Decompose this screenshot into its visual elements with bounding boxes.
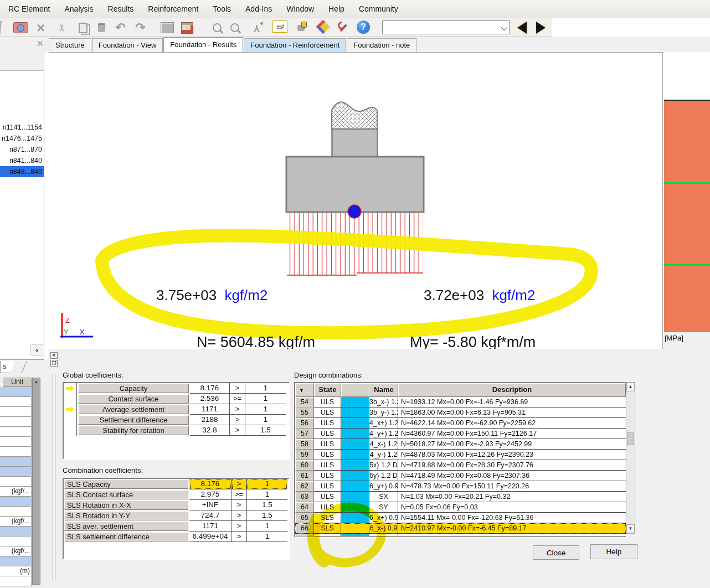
row-number-cell[interactable]: 57: [295, 429, 314, 439]
coefficient-name-button[interactable]: Contact surface: [78, 394, 189, 404]
panel-splitter[interactable]: ✕ ❒: [49, 349, 58, 588]
unit-grid-cell[interactable]: [0, 527, 32, 537]
menu-item[interactable]: Tools: [205, 0, 238, 18]
unit-grid-cell[interactable]: [0, 537, 32, 546]
maximize-results-pane-icon[interactable]: ❒: [50, 360, 58, 367]
unit-grid-cell[interactable]: [0, 467, 32, 477]
axes-icon[interactable]: [249, 20, 264, 35]
cube-icon[interactable]: [315, 20, 330, 35]
menu-item[interactable]: Analysis: [57, 0, 100, 18]
description-column-header[interactable]: Description: [398, 383, 626, 397]
row-number-cell[interactable]: 66: [295, 523, 314, 534]
zoom-out-icon[interactable]: [227, 20, 242, 35]
row-number-cell[interactable]: 55: [295, 408, 314, 418]
color-column-header[interactable]: [341, 383, 369, 397]
unit-grid-cell[interactable]: [0, 387, 32, 397]
help-icon[interactable]: [357, 20, 370, 34]
next-arrow-button[interactable]: [536, 22, 546, 34]
design-combination-row[interactable]: 65 SLS 6_x+) 0.9 N=1554.11 Mx=-0.00 Fx=-…: [295, 513, 626, 523]
coefficient-name-button[interactable]: SLS aver. settlement: [64, 522, 188, 531]
menu-item[interactable]: Results: [101, 0, 141, 18]
design-combination-row[interactable]: 55 ULS 3b_y-) 1.2 N=1863.00 Mx=0.00 Fx=6…: [295, 408, 626, 418]
unit-grid-cell[interactable]: (kgf/...: [0, 517, 32, 527]
coefficient-name-button[interactable]: Average settlement: [78, 405, 189, 414]
design-combination-row[interactable]: 58 ULS 4_x-) 1.2 N=5018.27 Mx=0.00 Fx=-2…: [295, 439, 626, 450]
export-lock-icon[interactable]: [294, 20, 308, 35]
menu-item[interactable]: RC Element: [1, 0, 57, 18]
coefficient-name-button[interactable]: Stability for rotation: [78, 426, 189, 435]
foundation-list-item[interactable]: n1141...1154: [0, 122, 44, 133]
unit-grid-cell[interactable]: [0, 417, 32, 427]
unit-grid-cell[interactable]: [0, 556, 32, 566]
row-number-cell[interactable]: 65: [295, 513, 314, 523]
view-tab[interactable]: Foundation - Reinforcement: [244, 38, 346, 52]
toolbar-combobox[interactable]: [382, 20, 510, 34]
close-results-pane-icon[interactable]: ✕: [50, 352, 58, 359]
coefficient-name-button[interactable]: SLS settlement difference: [64, 532, 188, 541]
unit-grid-cell[interactable]: [0, 576, 32, 586]
menu-item[interactable]: Window: [279, 0, 321, 18]
scroll-up-icon[interactable]: ▲: [626, 383, 635, 391]
coefficient-name-button[interactable]: SLS Contact surface: [64, 490, 188, 499]
help-button[interactable]: Help: [590, 544, 637, 559]
undo-icon[interactable]: [113, 20, 128, 35]
unit-grid-cell[interactable]: (kgf/...: [0, 487, 32, 497]
coefficient-name-button[interactable]: SLS Rotation in Y-Y: [64, 511, 188, 520]
design-combination-row[interactable]: 66 SLS 6_x-) 0.9 N=2410.97 Mx=-0.00 Fx=-…: [295, 523, 626, 534]
paste-icon[interactable]: [94, 20, 109, 35]
row-number-cell[interactable]: 63: [295, 492, 314, 502]
view-tab[interactable]: Structure: [49, 38, 91, 52]
wrench-icon[interactable]: [336, 20, 351, 35]
copy-icon[interactable]: [75, 20, 90, 35]
zoom-in-icon[interactable]: [209, 20, 224, 35]
unit-grid-cell[interactable]: [0, 427, 32, 437]
unit-grid-cell[interactable]: [0, 397, 32, 407]
coefficient-name-button[interactable]: SLS Rotation in X-X: [64, 501, 188, 510]
row-number-cell[interactable]: 59: [295, 450, 314, 460]
design-combination-row[interactable]: 61 ULS 5y) 1.2 D N=4718.49 Mx=0.00 Fx=0.…: [295, 471, 626, 481]
design-table-scrollbar[interactable]: ▲ ▼: [626, 382, 635, 534]
delete-icon[interactable]: [33, 20, 48, 35]
view-tab[interactable]: Foundation - View: [92, 38, 163, 52]
menu-item[interactable]: Help: [321, 0, 352, 18]
close-button[interactable]: Close: [533, 545, 579, 560]
expand-panel-button[interactable]: ›: [30, 344, 43, 356]
row-number-cell[interactable]: 56: [295, 418, 314, 429]
unit-grid-cell[interactable]: [0, 407, 32, 417]
row-number-cell[interactable]: 62: [295, 481, 314, 492]
unit-grid-cell[interactable]: [0, 507, 32, 517]
foundation-footing[interactable]: [286, 157, 424, 212]
design-combination-row[interactable]: 57 ULS 4_y+) 1.2 N=4360.97 Mx=0.00 Fx=15…: [295, 429, 626, 439]
design-combination-row[interactable]: 62 ULS 6_y+) 0.9 N=478.73 Mx=0.00 Fx=150…: [295, 481, 626, 492]
snapshot-partial-icon[interactable]: [0, 20, 2, 35]
row-number-cell[interactable]: 60: [295, 460, 314, 471]
previous-arrow-button[interactable]: [517, 22, 527, 34]
design-combination-row[interactable]: 59 ULS 4_y-) 1.2 N=4878.03 Mx=0.00 Fx=12…: [295, 450, 626, 460]
cut-icon[interactable]: [54, 20, 69, 35]
row-number-cell[interactable]: 64: [295, 502, 314, 513]
scroll-down-icon[interactable]: ▼: [626, 524, 635, 533]
name-column-header[interactable]: Name: [369, 383, 398, 397]
design-combination-row[interactable]: 56 ULS 4_x+) 1.2 N=4622.14 Mx=0.00 Fx=-6…: [295, 418, 626, 429]
coefficient-name-button[interactable]: Settlement difference: [78, 415, 189, 425]
unit-grid-cell[interactable]: [0, 477, 32, 487]
scrollbar-thumb[interactable]: [627, 432, 634, 445]
foundation-list-item[interactable]: n871...870: [0, 144, 44, 155]
view-tab[interactable]: Foundation - note: [347, 38, 416, 52]
row-number-cell[interactable]: 54: [295, 397, 314, 408]
unit-grid-cell[interactable]: [0, 497, 32, 507]
menu-item[interactable]: Reinforcement: [141, 0, 205, 18]
foundation-column[interactable]: [332, 129, 378, 157]
unit-grid-cell[interactable]: (m): [0, 566, 32, 576]
node-marker-dot[interactable]: [348, 205, 361, 218]
unit-grid-scrollbar[interactable]: ▲: [32, 378, 40, 585]
state-column-header[interactable]: State: [314, 383, 341, 397]
calculator-icon[interactable]: [179, 20, 194, 35]
foundation-list-item[interactable]: n848...840: [0, 166, 44, 177]
sheet-tab[interactable]: s: [0, 361, 14, 373]
row-number-cell[interactable]: 61: [295, 471, 314, 481]
coefficient-name-button[interactable]: Capacity: [78, 384, 189, 393]
design-combination-row[interactable]: 64 ULS SY N=0.05 Fx=0.06 Fy=0.03: [295, 502, 626, 513]
coefficient-name-button[interactable]: SLS Capacity: [64, 479, 188, 489]
unit-grid-cell[interactable]: [0, 457, 32, 467]
